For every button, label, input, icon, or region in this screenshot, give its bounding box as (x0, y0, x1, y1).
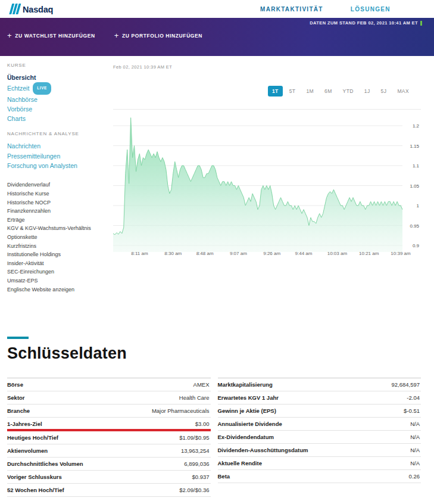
plus-icon: + (7, 33, 12, 38)
sidebar-item-pressemitteilungen[interactable]: Pressemitteilungen (7, 151, 110, 161)
row-label: Aktuelle Rendite (218, 460, 262, 466)
range-button-1j[interactable]: 1J (360, 86, 374, 97)
data-as-of: DATEN ZUM STAND FEB 02, 2021 10:41 AM ET (310, 20, 422, 26)
row-value: AMEX (193, 381, 210, 388)
chart-section: Feb 02, 2021 10:39 AM ET 1T5T1M6MYTD1J5J… (113, 64, 421, 261)
sidebar-sections: KURSEÜbersichtEchtzeitLIVENachbörseVorbö… (7, 63, 110, 170)
add-to-watchlist-button[interactable]: + ZU WATCHLIST HINZUFÜGEN (7, 33, 95, 39)
sidebar-item-charts[interactable]: Charts (7, 114, 110, 123)
nav-loesungen[interactable]: LÖSUNGEN (351, 6, 391, 13)
key-data-title: Schlüsseldaten (7, 344, 421, 363)
svg-text:1.05: 1.05 (410, 183, 419, 189)
sidebar-link-sec-einreichungen[interactable]: SEC-Einreichungen (7, 267, 110, 276)
sidebar-link-historische-kurse[interactable]: Historische Kurse (7, 189, 110, 198)
row-value: N/A (410, 447, 420, 453)
chart-timestamp: Feb 02, 2021 10:39 AM ET (113, 64, 421, 70)
row-label: Erwartetes KGV 1 Jahr (218, 394, 279, 401)
nav-marktaktivitaet[interactable]: MARKTAKTIVITÄT (260, 6, 323, 13)
table-row: Marktkapitalisierung92,684,597 (218, 378, 421, 391)
top-nav: MARKTAKTIVITÄT LÖSUNGEN (260, 0, 391, 18)
row-label: Gewinn je Aktie (EPS) (218, 407, 276, 414)
range-button-6m[interactable]: 6M (320, 86, 336, 97)
range-button-1t[interactable]: 1T (268, 86, 283, 97)
sidebar-item-nachrichten[interactable]: Nachrichten (7, 141, 110, 151)
chart-range-selector: 1T5T1M6MYTD1J5JMAX (268, 86, 413, 97)
range-button-5t[interactable]: 5T (285, 86, 300, 97)
sidebar-link-umsatz-eps[interactable]: Umsatz-EPS (7, 276, 110, 285)
table-row: Gewinn je Aktie (EPS)$-0.51 (218, 405, 421, 418)
row-label: Annualisierte Dividende (218, 421, 282, 427)
row-label: Beta (218, 473, 230, 480)
add-to-portfolio-button[interactable]: + ZU PORTFOLIO HINZUFÜGEN (114, 33, 202, 39)
range-button-5j[interactable]: 5J (377, 86, 391, 97)
sidebar-link-kurzfristzins[interactable]: Kurzfristzins (7, 242, 110, 251)
row-label: Heutiges Hoch/Tief (7, 434, 58, 441)
sidebar-item-übersicht[interactable]: Übersicht (7, 73, 110, 82)
range-button-max[interactable]: MAX (393, 86, 413, 97)
row-value: 13,963,254 (181, 447, 210, 454)
range-button-1m[interactable]: 1M (302, 86, 318, 97)
row-value: Health Care (179, 394, 210, 401)
row-label: Dividenden-Ausschüttungsdatum (218, 447, 308, 453)
plus-icon: + (114, 33, 119, 38)
row-label: 52 Wochen Hoch/Tief (7, 487, 64, 493)
key-data-table-left: BörseAMEXSektorHealth CareBrancheMajor P… (7, 378, 211, 497)
sidebar-item-label: Vorbörse (7, 104, 32, 114)
sidebar-section-title: KURSE (7, 63, 110, 68)
sidebar-item-echtzeit[interactable]: EchtzeitLIVE (7, 82, 110, 94)
sidebar-item-label: Charts (7, 114, 26, 123)
row-value: $2.09/$0.36 (179, 487, 209, 493)
sidebar-item-vorbörse[interactable]: Vorbörse (7, 104, 110, 114)
sidebar-item-nachbörse[interactable]: Nachbörse (7, 95, 110, 104)
sidebar-link-englische-website-anzeigen[interactable]: Englische Website anzeigen (7, 285, 110, 294)
sidebar-link-institutionelle-holdings[interactable]: Institutionelle Holdings (7, 250, 110, 259)
row-value: N/A (410, 421, 420, 427)
row-value: $-0.51 (404, 407, 420, 414)
sidebar-links: DividendenverlaufHistorische KurseHistor… (7, 181, 110, 294)
add-to-watchlist-label: ZU WATCHLIST HINZUFÜGEN (15, 33, 95, 39)
range-button-ytd[interactable]: YTD (339, 86, 358, 97)
row-value: 92,684,597 (391, 381, 420, 388)
table-row: Dividenden-AusschüttungsdatumN/A (218, 444, 421, 457)
sidebar-item-label: Pressemitteilungen (7, 151, 60, 161)
table-row: Aktienvolumen13,963,254 (7, 444, 211, 458)
row-value: $1.09/$0.95 (179, 434, 209, 441)
sidebar-link-insider-aktivität[interactable]: Insider-Aktivität (7, 259, 110, 268)
row-label: 1-Jahres-Ziel (7, 421, 42, 427)
row-value: Major Pharmaceuticals (152, 407, 210, 414)
table-row: Erwartetes KGV 1 Jahr-2.04 (218, 391, 421, 405)
stock-banner: DATEN ZUM STAND FEB 02, 2021 10:41 AM ET… (0, 18, 434, 56)
sidebar-section-title: NACHRICHTEN & ANALYSE (7, 131, 110, 136)
svg-text:1: 1 (417, 203, 420, 209)
sidebar-item-label: Echtzeit (7, 83, 29, 93)
table-row: BrancheMajor Pharmaceuticals (7, 405, 211, 418)
row-label: Aktienvolumen (7, 447, 48, 454)
sidebar-item-forschung-von-analysten[interactable]: Forschung von Analysten (7, 161, 110, 170)
svg-text:1.1: 1.1 (413, 163, 420, 169)
svg-text:1.15: 1.15 (410, 144, 419, 149)
brand-wordmark: Nasdaq (23, 5, 53, 14)
sidebar-link-erträge[interactable]: Erträge (7, 216, 110, 225)
row-value: N/A (410, 434, 420, 440)
sidebar-link-historische-nocp[interactable]: Historische NOCP (7, 198, 110, 207)
row-label: Börse (7, 381, 23, 388)
sidebar-link-kgv-kgv-wachstums-verhältnis[interactable]: KGV & KGV-Wachstums-Verhältnis (7, 224, 110, 233)
sidebar-link-optionskette[interactable]: Optionskette (7, 233, 110, 242)
row-label: Voriger Schlusskurs (7, 474, 62, 480)
table-row: Annualisierte DividendeN/A (218, 418, 421, 431)
row-value: -2.04 (407, 394, 420, 401)
sidebar-link-finanzkennzahlen[interactable]: Finanzkennzahlen (7, 207, 110, 216)
table-row: Voriger Schlusskurs$0.937 (7, 471, 211, 484)
svg-text:0.9: 0.9 (413, 243, 420, 248)
nasdaq-logo[interactable]: Nasdaq (7, 2, 62, 15)
table-row: Aktuelle RenditeN/A (218, 457, 421, 470)
table-row: SektorHealth Care (7, 391, 211, 405)
row-label: Sektor (7, 394, 25, 401)
table-row: Beta0.26 (218, 470, 421, 483)
table-row: Heutiges Hoch/Tief$1.09/$0.95 (7, 431, 211, 444)
table-row: BörseAMEX (7, 378, 211, 391)
row-value: N/A (410, 460, 420, 466)
table-row: 52 Wochen Hoch/Tief$2.09/$0.36 (7, 484, 211, 497)
price-chart-svg[interactable]: 1.21.151.11.0510.950.98:11 am8:30 am8:48… (113, 109, 421, 259)
sidebar-link-dividendenverlauf[interactable]: Dividendenverlauf (7, 181, 110, 189)
